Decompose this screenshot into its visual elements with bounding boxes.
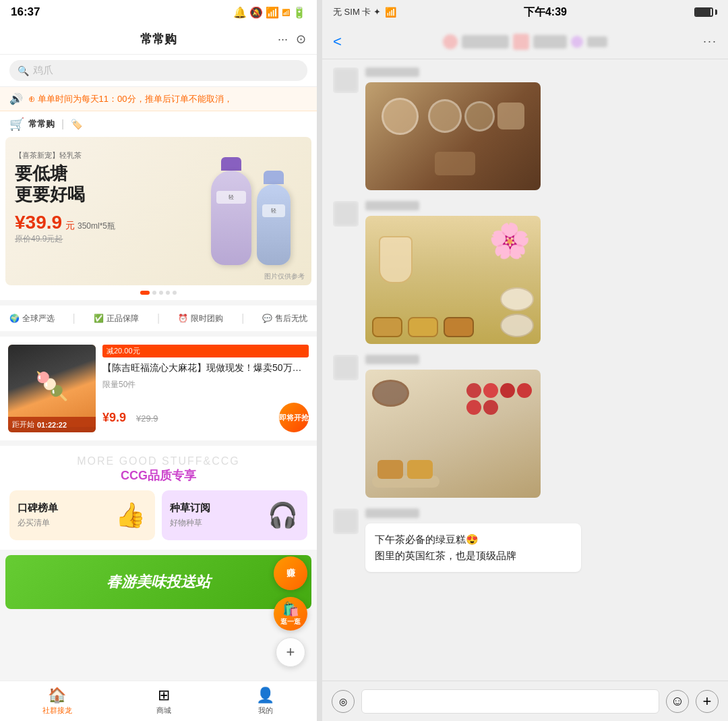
mooncake-row — [372, 317, 474, 337]
plus-float-button[interactable]: + — [276, 637, 305, 667]
float-buttons: 赚 🛍️ 逛一逛 + — [274, 556, 307, 667]
emoji-icon: ☺ — [671, 693, 684, 709]
clock-icon: ⏰ — [178, 314, 188, 323]
banner-original-price: 原价49.9元起 — [15, 233, 115, 245]
divider-2: | — [157, 312, 160, 324]
brand-name: 常常购 — [28, 118, 55, 130]
banner-bottom-text: 春游美味投送站 — [107, 572, 210, 592]
nav-item-home[interactable]: 🏠 社群接龙 — [42, 687, 72, 718]
status-icons-left: 🔔 🔕 📶 📶 🔋 — [233, 6, 306, 19]
back-button[interactable]: < — [333, 33, 342, 51]
banner-bottom[interactable]: 春游美味投送站 — [5, 555, 311, 609]
battery-icon-left: 🔋 — [293, 6, 306, 19]
countdown-prefix: 距开始 — [12, 420, 34, 430]
browse-button[interactable]: 🛍️ 逛一逛 — [274, 597, 307, 631]
bowl-right-2 — [500, 314, 534, 337]
banner-dots — [0, 285, 317, 300]
shield-icon: ✅ — [94, 314, 104, 323]
quality-item-4: 💬 售后无忧 — [262, 313, 307, 324]
chat-messages[interactable]: 🌸 — [322, 59, 728, 681]
dot-3 — [159, 291, 163, 295]
bottom-nav: 🏠 社群接龙 ⊞ 商城 👤 我的 — [0, 681, 317, 721]
banner-product-image: 轻 轻 — [197, 144, 305, 279]
ccg-header: MORE GOOD STUFF&CCG CCG品质专享 — [9, 455, 307, 484]
avatar-1 — [333, 67, 359, 93]
nav-label-home: 社群接龙 — [42, 705, 72, 716]
message-image-3 — [365, 370, 541, 498]
discount-tag: 减20.00元 — [102, 345, 309, 357]
ccg-card-subscription[interactable]: 种草订阅 好物种草 🎧 — [162, 490, 307, 540]
battery-tip — [715, 9, 717, 15]
earn-button[interactable]: 赚 — [274, 556, 307, 590]
status-right-left-area: 无 SIM 卡 ✦ 📶 — [333, 6, 396, 18]
brand-tag-icon: 🏷️ — [71, 119, 82, 129]
chat-text-input[interactable] — [361, 689, 659, 714]
chat-title-area — [347, 34, 703, 50]
litchi-5 — [466, 400, 481, 415]
ccg-grid: 口碑榜单 必买清单 👍 种草订阅 好物种草 🎧 — [9, 490, 307, 540]
divider-3: | — [241, 312, 244, 324]
product-price-row: ¥9.9 ¥29.9 即将开抢 — [102, 403, 309, 432]
litchi-6 — [483, 400, 498, 415]
brand-logo: 🛒 — [9, 117, 24, 132]
chat-title-text-2 — [533, 35, 567, 49]
ccg-section: MORE GOOD STUFF&CCG CCG品质专享 口碑榜单 必买清单 👍 … — [0, 446, 317, 550]
banner-price-unit: 元 — [65, 220, 75, 231]
buy-button[interactable]: 即将开抢 — [279, 403, 309, 432]
alarm-icon: 🔔 — [233, 6, 247, 19]
plus-button[interactable]: + — [696, 690, 719, 713]
tray-1 — [497, 103, 524, 129]
message-item-4: 下午茶必备的绿豆糕😍图里的英国红茶，也是顶级品牌 — [333, 509, 717, 572]
dot-4 — [166, 291, 170, 295]
mooncake-a — [372, 317, 402, 337]
sender-name-4 — [365, 509, 419, 518]
ccg-title: CCG品质专享 — [9, 467, 307, 484]
more-icon[interactable]: ··· — [278, 32, 288, 47]
search-input-wrap[interactable]: 🔍 鸡爪 — [9, 60, 307, 81]
banner-price-desc: 350ml*5瓶 — [78, 221, 115, 231]
avatar-2 — [333, 201, 359, 227]
message-content-3 — [365, 355, 717, 498]
earn-label: 赚 — [286, 567, 295, 579]
product-info: 减20.00元 【陈吉旺福流心大麻花】现做现发！爆卖50万… 限量50件 ¥9.… — [102, 345, 309, 432]
banner-section: 🛒 常常购 | 🏷️ 【喜茶新宠】轻乳茶 要低塘 更要好喝 ¥39.9 元 35… — [0, 111, 317, 300]
litchi-2 — [483, 383, 498, 398]
bowl-2 — [428, 99, 462, 133]
sauce-bowl — [372, 380, 409, 407]
ccg-card-reputation[interactable]: 口碑榜单 必买清单 👍 — [9, 490, 155, 540]
litchi-1 — [466, 383, 481, 398]
chat-more-button[interactable]: ··· — [703, 34, 717, 49]
browse-label: 逛一逛 — [280, 617, 301, 627]
product-card[interactable]: 🍡 距开始 01:22:22 减20.00元 【陈吉旺福流心大麻花】现做现发！爆… — [0, 337, 317, 440]
scroll-content[interactable]: 🛒 常常购 | 🏷️ 【喜茶新宠】轻乳茶 要低塘 更要好喝 ¥39.9 元 35… — [0, 111, 317, 681]
teapot-visual — [379, 236, 413, 283]
litchi-3 — [500, 383, 515, 398]
home-icon: 🏠 — [48, 687, 66, 704]
ccg-card-reputation-name: 口碑榜单 — [18, 502, 58, 515]
wifi-icon-left: 📶 — [266, 6, 279, 19]
countdown-time: 01:22:22 — [37, 421, 67, 429]
quality-item-1: 🌍 全球严选 — [9, 313, 55, 324]
chat-title-text-1 — [462, 35, 509, 49]
bowl-3 — [464, 101, 495, 132]
banner-card[interactable]: 【喜茶新宠】轻乳茶 要低塘 更要好喝 ¥39.9 元 350ml*5瓶 原价49… — [5, 137, 311, 285]
product-image: 🍡 距开始 01:22:22 — [8, 345, 96, 432]
status-bar-right: 无 SIM 卡 ✦ 📶 下午4:39 — [322, 0, 728, 24]
profile-icon: 👤 — [256, 687, 274, 704]
nav-item-shop[interactable]: ⊞ 商城 — [156, 687, 171, 718]
message-text-4: 下午茶必备的绿豆糕😍图里的英国红茶，也是顶级品牌 — [375, 533, 516, 561]
bowl-1 — [382, 98, 419, 135]
top-bar-left: 常常购 ··· ⊙ — [0, 24, 317, 55]
mooncake-plate-1 — [377, 460, 403, 479]
voice-button[interactable]: ◎ — [332, 690, 355, 713]
search-placeholder: 鸡爪 — [33, 64, 53, 77]
banner-sub: 【喜茶新宠】轻乳茶 — [15, 150, 115, 161]
target-icon[interactable]: ⊙ — [296, 32, 306, 47]
app-title: 常常购 — [140, 31, 177, 47]
voice-icon: ◎ — [339, 696, 347, 707]
battery-body — [694, 7, 713, 17]
banner-price-main: ¥39.9 — [15, 212, 62, 233]
emoji-button[interactable]: ☺ — [666, 690, 689, 713]
mooncake-b — [408, 317, 438, 337]
nav-item-profile[interactable]: 👤 我的 — [256, 687, 274, 718]
